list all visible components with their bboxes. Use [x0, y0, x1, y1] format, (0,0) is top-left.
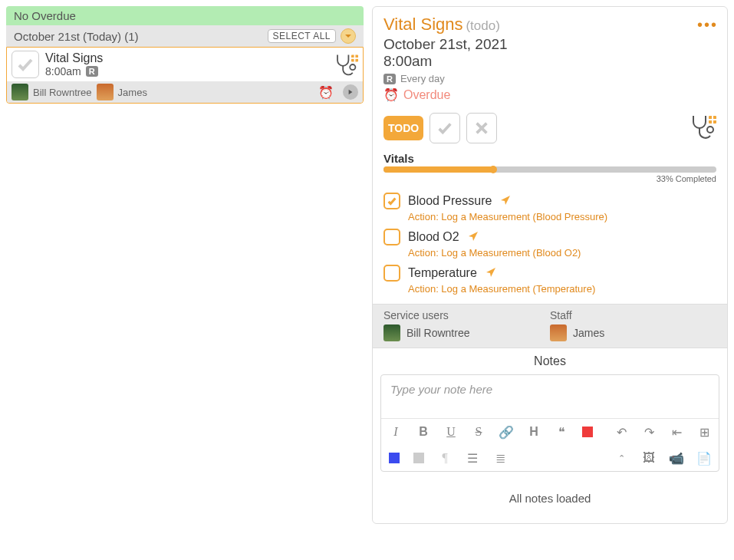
avatar [383, 324, 400, 341]
svg-point-6 [707, 127, 713, 133]
svg-point-0 [350, 64, 355, 70]
select-all-button[interactable]: SELECT ALL [268, 29, 337, 43]
paragraph-button[interactable]: ¶ [438, 451, 452, 465]
unordered-list-button[interactable]: ☰ [466, 451, 479, 465]
italic-button[interactable]: I [389, 425, 403, 439]
complete-button[interactable] [430, 113, 460, 143]
vital-action-link[interactable]: Action: Log a Measurement (Blood O2) [408, 247, 716, 259]
vitals-section-label: Vitals [373, 152, 727, 166]
overdue-section[interactable]: No Overdue [6, 6, 364, 25]
location-arrow-icon[interactable] [499, 194, 512, 209]
expand-button[interactable] [343, 84, 358, 100]
vital-name: Temperature [408, 266, 477, 280]
vital-name: Blood Pressure [408, 194, 492, 208]
undo-button[interactable]: ↶ [614, 425, 628, 439]
quote-button[interactable]: ❝ [555, 425, 568, 439]
vital-name: Blood O2 [408, 230, 459, 244]
color-red-button[interactable] [582, 427, 593, 437]
recurring-badge: R [86, 66, 98, 77]
task-detail-panel: ••• Vital Signs (todo) October 21st, 202… [372, 6, 728, 524]
staff-name: James [118, 87, 147, 98]
task-time: 8:00am [45, 65, 81, 77]
vital-action-link[interactable]: Action: Log a Measurement (Blood Pressur… [408, 211, 716, 222]
avatar [12, 84, 28, 100]
recurring-badge: R [383, 74, 396, 84]
location-arrow-icon[interactable] [467, 230, 479, 245]
bold-button[interactable]: B [416, 425, 430, 439]
notes-heading: Notes [373, 348, 727, 374]
vital-action-link[interactable]: Action: Log a Measurement (Temperature) [408, 283, 716, 295]
section-dropdown-button[interactable] [341, 28, 356, 44]
overdue-label: No Overdue [14, 9, 76, 22]
progress-bar [383, 166, 716, 173]
underline-button[interactable]: U [444, 425, 458, 439]
heading-button[interactable]: H [527, 425, 541, 439]
notes-loaded-message: All notes loaded [373, 478, 727, 523]
task-title: Vital Signs [45, 51, 103, 65]
ordered-list-button[interactable]: ≣ [493, 451, 507, 465]
service-users-heading: Service users [383, 309, 550, 321]
vital-checkbox[interactable] [383, 265, 400, 282]
avatar [550, 324, 567, 341]
detail-date: October 21st, 2021 [383, 36, 716, 53]
task-complete-checkbox[interactable] [12, 51, 39, 78]
more-menu-button[interactable]: ••• [697, 16, 718, 34]
staff-name: James [573, 327, 604, 339]
task-list-panel: No Overdue October 21st (Today) (1) SELE… [6, 6, 364, 104]
overdue-label: Overdue [403, 88, 450, 102]
vital-item: Blood O2 Action: Log a Measurement (Bloo… [373, 226, 727, 262]
progress-label: 33% Completed [373, 173, 727, 189]
color-blue-button[interactable] [389, 453, 400, 463]
alarm-icon: ⏰ [383, 87, 399, 102]
service-user-name: Bill Rowntree [33, 87, 92, 98]
image-button[interactable]: 🖼 [642, 451, 656, 465]
table-button[interactable]: ⊞ [697, 425, 711, 439]
detail-title: Vital Signs [383, 15, 463, 34]
task-card[interactable]: Vital Signs 8:00am R [6, 47, 364, 104]
recurrence-text: Every day [400, 73, 445, 84]
svg-rect-9 [707, 119, 716, 120]
date-section[interactable]: October 21st (Today) (1) SELECT ALL [6, 25, 364, 47]
todo-button[interactable]: TODO [383, 116, 423, 140]
vital-checkbox[interactable] [383, 229, 400, 245]
staff-heading: Staff [550, 309, 716, 321]
service-user-name: Bill Rowntree [406, 327, 469, 339]
editor-toolbar: I B U S 🔗 H ❝ ↶ ↷ ⇤ ⊞ ¶ ☰ ≣ ⌃ 🖼 📹 📄 [381, 418, 719, 471]
vital-checkbox[interactable] [383, 193, 400, 209]
alarm-icon: ⏰ [318, 85, 334, 100]
video-button[interactable]: 📹 [670, 451, 683, 465]
file-button[interactable]: 📄 [697, 451, 711, 465]
cancel-button[interactable] [466, 113, 497, 143]
collapse-button[interactable]: ⌃ [614, 451, 628, 465]
color-grey-button[interactable] [413, 453, 424, 463]
notes-editor: Type your note here I B U S 🔗 H ❝ ↶ ↷ ⇤ … [380, 374, 719, 472]
stethoscope-icon [331, 51, 358, 78]
vital-item: Blood Pressure Action: Log a Measurement… [373, 189, 727, 226]
notes-input[interactable]: Type your note here [381, 375, 719, 418]
detail-time: 8:00am [383, 53, 716, 70]
avatar [97, 84, 114, 100]
redo-button[interactable]: ↷ [642, 425, 656, 439]
strikethrough-button[interactable]: S [472, 425, 485, 439]
svg-rect-3 [350, 58, 358, 59]
outdent-button[interactable]: ⇤ [670, 425, 683, 439]
stethoscope-icon [686, 111, 716, 144]
detail-status: (todo) [466, 18, 499, 33]
people-bar: Service users Bill Rowntree Staff James [373, 304, 727, 348]
location-arrow-icon[interactable] [485, 266, 497, 281]
vital-item: Temperature Action: Log a Measurement (T… [373, 262, 727, 298]
date-label: October 21st (Today) (1) [14, 30, 139, 43]
link-button[interactable]: 🔗 [499, 425, 513, 439]
